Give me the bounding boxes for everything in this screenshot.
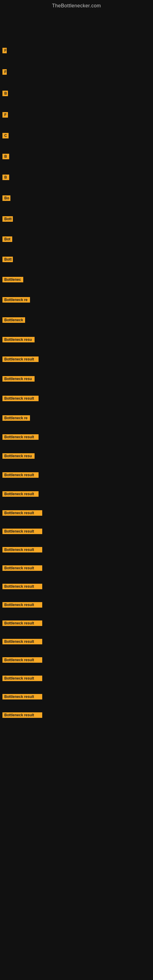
list-item: C (2, 133, 153, 138)
bottleneck-label: Bot (2, 236, 12, 242)
bottleneck-label: Bottleneck re (2, 415, 30, 421)
list-item: Bottleneck result (2, 584, 153, 589)
list-item: Bottleneck result (2, 528, 153, 534)
bottleneck-label: Bottleneck resu (2, 337, 35, 342)
list-item: Bottleneck result (2, 565, 153, 571)
bottleneck-label: Bottleneck result (2, 528, 42, 534)
list-item: Bottleneck result (2, 547, 153, 552)
list-item: Bo (2, 196, 153, 201)
list-item: F (2, 69, 153, 75)
list-item: B (2, 175, 153, 180)
list-item: Bottleneck result (2, 712, 153, 718)
bottleneck-label: F (2, 112, 8, 118)
list-item: Bott (2, 216, 153, 222)
list-item: Bottlenec (2, 277, 153, 282)
list-item: Bottleneck result (2, 639, 153, 644)
site-title: TheBottlenecker.com (0, 0, 153, 11)
bottleneck-label: Bott (2, 257, 13, 262)
list-item: Bottleneck result (2, 676, 153, 681)
list-item: Bottleneck result (2, 510, 153, 516)
list-item: Bottleneck re (2, 297, 153, 302)
bottleneck-label: Bo (2, 196, 10, 201)
list-item: F (2, 112, 153, 118)
bottleneck-label: Bottleneck result (2, 510, 42, 516)
list-item: Bottleneck resu (2, 337, 153, 342)
bottleneck-label: Bottleneck result (2, 639, 42, 644)
list-item: Bottleneck result (2, 472, 153, 478)
list-item: Bottleneck result (2, 491, 153, 497)
list-item: Bottleneck resu (2, 376, 153, 382)
list-item: Bottleneck re (2, 415, 153, 421)
bottleneck-label: Bottleneck resu (2, 376, 35, 382)
bottleneck-label: Bottleneck result (2, 657, 42, 663)
bottleneck-label: B (2, 175, 9, 180)
bottleneck-label: Bottleneck result (2, 694, 42, 700)
bottleneck-label: Bottleneck result (2, 676, 42, 681)
bottleneck-label: Bott (2, 216, 13, 222)
bottleneck-label: Bottleneck (2, 317, 25, 323)
site-header: TheBottlenecker.com (0, 0, 153, 11)
items-container: FFBFCBBBoBottBotBottBottlenecBottleneck … (0, 11, 153, 734)
bottleneck-label: B (2, 91, 8, 96)
bottleneck-label: Bottleneck result (2, 491, 38, 497)
list-item: Bottleneck result (2, 657, 153, 663)
bottleneck-label: Bottleneck resu (2, 453, 35, 459)
list-item: Bott (2, 257, 153, 262)
bottleneck-label: Bottleneck result (2, 602, 42, 608)
bottleneck-label: Bottleneck result (2, 396, 38, 401)
list-item: Bottleneck resu (2, 453, 153, 459)
bottleneck-label: Bottleneck result (2, 712, 42, 718)
bottleneck-label: Bottleneck result (2, 434, 38, 440)
list-item: Bottleneck result (2, 434, 153, 440)
list-item: F (2, 48, 153, 53)
bottleneck-label: Bottleneck result (2, 620, 42, 626)
list-item: Bottleneck result (2, 356, 153, 362)
list-item: Bottleneck result (2, 694, 153, 700)
list-item: Bot (2, 236, 153, 242)
bottleneck-label: Bottleneck result (2, 547, 42, 552)
list-item: Bottleneck result (2, 620, 153, 626)
list-item: Bottleneck result (2, 602, 153, 608)
list-item: B (2, 91, 153, 96)
bottleneck-label: F (2, 48, 7, 53)
bottleneck-label: C (2, 133, 9, 138)
bottleneck-label: Bottleneck re (2, 297, 30, 302)
bottleneck-label: B (2, 154, 9, 159)
list-item: Bottleneck (2, 317, 153, 323)
bottleneck-label: Bottlenec (2, 277, 23, 282)
bottleneck-label: Bottleneck result (2, 356, 38, 362)
bottleneck-label: Bottleneck result (2, 565, 42, 571)
bottleneck-label: Bottleneck result (2, 584, 42, 589)
list-item: Bottleneck result (2, 396, 153, 401)
list-item: B (2, 154, 153, 159)
bottleneck-label: F (2, 69, 7, 75)
bottleneck-label: Bottleneck result (2, 472, 38, 478)
